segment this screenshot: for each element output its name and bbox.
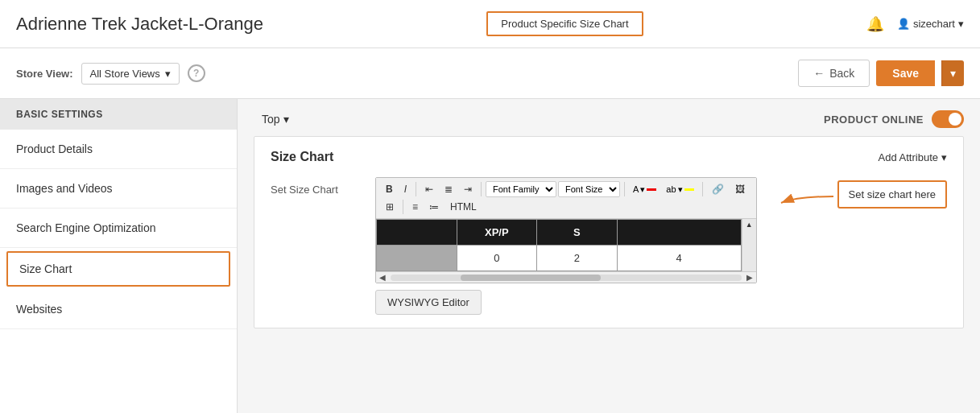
- toolbar-separator: [416, 182, 416, 196]
- top-dropdown[interactable]: Top ▾: [262, 113, 289, 126]
- sidebar-item-product-details[interactable]: Product Details: [0, 130, 237, 169]
- header-right: 🔔 👤 sizechart ▾: [866, 15, 964, 33]
- toolbar-separator-4: [702, 182, 703, 196]
- bg-indicator: [684, 188, 694, 191]
- top-dropdown-chevron: ▾: [283, 113, 289, 126]
- set-size-chart-label: Set Size Chart: [271, 177, 359, 196]
- back-label: Back: [829, 67, 854, 80]
- scroll-thumb: [461, 275, 601, 281]
- user-dropdown-icon: ▾: [958, 18, 964, 30]
- vertical-scrollbar[interactable]: ▲: [742, 219, 756, 271]
- main-layout: BASIC SETTINGS Product Details Images an…: [0, 99, 980, 413]
- font-color-label: A: [633, 184, 639, 194]
- font-family-select[interactable]: Font Family: [486, 181, 556, 197]
- wysiwyg-button[interactable]: WYSIWYG Editor: [375, 290, 482, 315]
- add-attribute-chevron-icon: ▾: [941, 151, 947, 163]
- size-chart-section: Size Chart Add Attribute ▾ Set Size Char…: [254, 136, 964, 328]
- table-overflow: XP/P S 0 2 4: [376, 219, 742, 271]
- store-view-value: All Store Views: [90, 68, 160, 80]
- product-online-area: PRODUCT ONLINE: [824, 110, 964, 128]
- sidebar-item-seo[interactable]: Search Engine Optimization: [0, 209, 237, 248]
- table-row-2: 0 2 4: [377, 246, 742, 271]
- callout-label: Set size chart here: [849, 188, 936, 200]
- html-button[interactable]: HTML: [445, 199, 482, 215]
- callout-box: Set size chart here: [837, 180, 947, 209]
- table-cell-xpp: XP/P: [457, 220, 537, 246]
- set-size-chart-row: Set Size Chart B I ⇤ ≣ ⇥: [271, 177, 947, 315]
- sidebar-item-label: Product Details: [16, 142, 93, 155]
- table-cell-0: 0: [457, 246, 537, 271]
- back-button[interactable]: ← Back: [798, 60, 870, 87]
- product-title: Adrienne Trek Jacket-L-Orange: [16, 14, 263, 35]
- size-chart-badge: Product Specific Size Chart: [486, 11, 643, 36]
- table-cell-4: 4: [617, 246, 741, 271]
- sidebar-item-label: Websites: [16, 303, 62, 316]
- table-cell-empty: [617, 220, 741, 246]
- top-dropdown-label: Top: [262, 113, 280, 126]
- callout-area: Set size chart here: [773, 180, 947, 213]
- highlight-button[interactable]: ab ▾: [662, 182, 697, 197]
- chevron-down-icon: ▾: [640, 184, 645, 195]
- table-row: XP/P S: [377, 220, 742, 246]
- scroll-track[interactable]: [391, 275, 742, 281]
- align-left-button[interactable]: ⇤: [420, 181, 438, 197]
- scroll-left-icon[interactable]: ◀: [376, 273, 389, 282]
- highlight-chevron-icon: ▾: [678, 184, 683, 195]
- font-size-select[interactable]: Font Size: [558, 181, 620, 197]
- italic-button[interactable]: I: [399, 181, 411, 197]
- align-right-button[interactable]: ⇥: [459, 181, 477, 197]
- image-button[interactable]: 🖼: [730, 181, 750, 197]
- save-dropdown-button[interactable]: ▾: [941, 60, 964, 86]
- sidebar: BASIC SETTINGS Product Details Images an…: [0, 99, 238, 413]
- sidebar-item-websites[interactable]: Websites: [0, 290, 237, 329]
- horizontal-scrollbar[interactable]: ◀ ▶: [376, 271, 756, 283]
- table-scroll-inner: ▲ XP/P S: [376, 219, 756, 271]
- font-color-button[interactable]: A ▾: [629, 182, 660, 197]
- sub-header: Store View: All Store Views ▾ ? ← Back S…: [0, 48, 980, 99]
- bold-button[interactable]: B: [381, 181, 398, 197]
- size-chart-title: Size Chart: [271, 150, 333, 164]
- store-view-label: Store View:: [16, 68, 73, 80]
- store-view-area: Store View: All Store Views ▾ ?: [16, 63, 205, 85]
- add-attribute-button[interactable]: Add Attribute ▾: [879, 151, 947, 163]
- toolbar-separator-2: [481, 182, 482, 196]
- sidebar-item-images-videos[interactable]: Images and Videos: [0, 169, 237, 209]
- product-online-toggle[interactable]: [932, 110, 964, 128]
- size-table: XP/P S 0 2 4: [376, 219, 742, 271]
- scroll-up-icon[interactable]: ▲: [746, 219, 753, 230]
- help-icon[interactable]: ?: [188, 64, 205, 82]
- color-indicator: [647, 188, 656, 191]
- content-area: Top ▾ PRODUCT ONLINE Size Chart Add Attr…: [238, 99, 980, 413]
- section-header-row: Size Chart Add Attribute ▾: [271, 150, 947, 164]
- callout-arrow-svg: [773, 180, 837, 213]
- bell-icon[interactable]: 🔔: [866, 15, 884, 33]
- sidebar-item-label: Size Chart: [19, 262, 72, 275]
- link-button[interactable]: 🔗: [707, 181, 729, 197]
- editor-container: B I ⇤ ≣ ⇥ Font Family Font Size: [375, 177, 757, 283]
- align-center-button[interactable]: ≣: [440, 181, 457, 197]
- user-icon: 👤: [897, 18, 910, 30]
- user-area[interactable]: 👤 sizechart ▾: [897, 18, 964, 30]
- top-header: Adrienne Trek Jacket-L-Orange Product Sp…: [0, 0, 980, 48]
- store-view-select[interactable]: All Store Views ▾: [81, 63, 180, 85]
- add-attribute-label: Add Attribute: [879, 151, 938, 163]
- store-view-chevron: ▾: [165, 68, 171, 80]
- editor-toolbar: B I ⇤ ≣ ⇥ Font Family Font Size: [376, 178, 756, 219]
- table-cell-2: 2: [537, 246, 618, 271]
- save-button[interactable]: Save: [876, 60, 935, 86]
- back-arrow-icon: ←: [813, 67, 825, 80]
- product-online-label: PRODUCT ONLINE: [824, 114, 924, 126]
- table-cell: [377, 220, 457, 246]
- toolbar-separator-3: [624, 182, 625, 196]
- toolbar-right: ← Back Save ▾: [798, 60, 964, 87]
- editor-scroll-wrapper: ▲ XP/P S: [376, 219, 756, 283]
- set-size-right: B I ⇤ ≣ ⇥ Font Family Font Size: [375, 177, 757, 315]
- table-cell-gray: [377, 246, 457, 271]
- list-ol-button[interactable]: ≔: [424, 199, 444, 215]
- scroll-right-icon[interactable]: ▶: [743, 273, 756, 282]
- sidebar-item-size-chart[interactable]: Size Chart: [6, 251, 230, 287]
- table-button[interactable]: ⊞: [381, 199, 399, 215]
- toolbar-separator-5: [403, 200, 403, 214]
- table-cell-s: S: [537, 220, 618, 246]
- list-ul-button[interactable]: ≡: [407, 199, 423, 215]
